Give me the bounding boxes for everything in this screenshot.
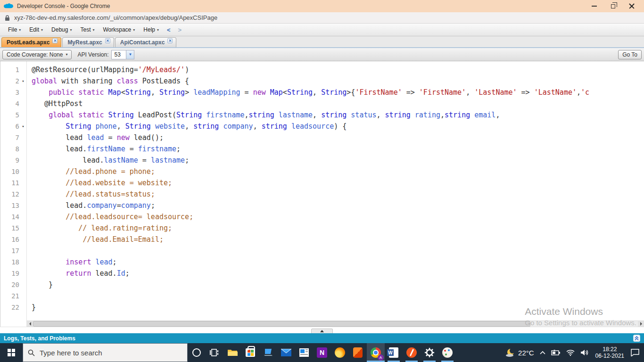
code-coverage-dropdown[interactable]: Code Coverage: None▾ (2, 50, 72, 59)
code-line[interactable]: 4 @HttpPost (0, 98, 644, 109)
menu-items: FileEditDebugTestWorkspaceHelp (4, 26, 163, 33)
code-line[interactable]: 16 //lead.Email=Email; (0, 234, 644, 245)
panel-expand-handle[interactable] (311, 329, 333, 333)
code-line[interactable]: 22} (0, 302, 644, 313)
code-text: // lead.rating=rating; (27, 222, 644, 234)
cortana-icon[interactable] (188, 343, 206, 362)
code-line[interactable]: 6▾ String phone, String website, string … (0, 121, 644, 132)
restore-button[interactable] (603, 0, 622, 12)
office-icon[interactable] (349, 343, 367, 362)
orange-pencil-app-icon[interactable] (403, 343, 421, 362)
line-number: 10 (0, 166, 19, 177)
expand-panel-button[interactable] (633, 335, 640, 342)
scrollbar-thumb[interactable] (33, 321, 530, 327)
mail-icon[interactable] (277, 343, 295, 362)
horizontal-scrollbar[interactable] (27, 321, 644, 327)
taskbar-search[interactable] (23, 343, 188, 362)
scrollbar-track[interactable] (530, 321, 638, 327)
code-line[interactable]: 3 public static Map<String, String> lead… (0, 87, 644, 98)
microsoft-store-icon[interactable] (241, 343, 259, 362)
firefox-icon[interactable] (331, 343, 349, 362)
code-line[interactable]: 1@RestResource(urlMapping='/MyLeads/') (0, 64, 644, 75)
paint-icon[interactable] (438, 343, 456, 362)
line-number: 22 (0, 302, 19, 313)
file-explorer-icon[interactable] (223, 343, 241, 362)
code-line[interactable]: 13 lead.company=company; (0, 200, 644, 211)
tab-close-icon[interactable]: ✕ (52, 38, 58, 43)
code-line[interactable]: 11 //lead.website = website; (0, 177, 644, 189)
scroll-right-arrow[interactable] (638, 321, 644, 327)
code-line[interactable]: 14 //lead.leadsource= leadsource; (0, 211, 644, 222)
code-line[interactable]: 7 lead lead = new lead(); (0, 132, 644, 143)
code-pane[interactable]: 1@RestResource(urlMapping='/MyLeads/')2▾… (0, 64, 644, 313)
action-center-button[interactable] (628, 343, 642, 362)
nav-forward-arrow[interactable]: > (174, 26, 186, 33)
api-version-value: 53 (112, 50, 126, 59)
menu-item-help[interactable]: Help (139, 26, 163, 33)
tab-close-icon[interactable]: ✕ (167, 38, 173, 43)
line-number: 8 (0, 143, 19, 155)
chrome-profile-badge: A (378, 354, 384, 361)
weather-tray-item[interactable]: 22°C (502, 343, 537, 362)
fold-spacer (19, 268, 27, 279)
menu-item-test[interactable]: Test (76, 26, 99, 33)
word-icon[interactable]: W (385, 343, 403, 362)
code-line[interactable]: 2▾global with sharing class PostLeads { (0, 75, 644, 87)
tray-date: 06-12-2021 (595, 353, 624, 359)
wifi-icon[interactable] (563, 343, 578, 362)
tab-close-icon[interactable]: ✕ (105, 38, 110, 43)
code-line[interactable]: 8 lead.firstName = firstname; (0, 143, 644, 155)
code-line[interactable]: 20 } (0, 279, 644, 290)
code-line[interactable]: 19 return lead.Id; (0, 268, 644, 279)
onenote-icon[interactable]: N (313, 343, 331, 362)
panel-divider (0, 327, 644, 333)
logs-tests-problems-bar[interactable]: Logs, Tests, and Problems (0, 333, 644, 343)
code-line[interactable]: 18 insert lead; (0, 256, 644, 268)
tab-label: MyRest.apxc (67, 39, 102, 46)
start-button[interactable] (0, 343, 23, 362)
fold-arrow-icon[interactable]: ▾ (19, 75, 27, 87)
code-line[interactable]: 5 global static String LeadPost(String f… (0, 109, 644, 121)
tab-postleads-apxc[interactable]: PostLeads.apxc✕ (1, 37, 61, 47)
code-line[interactable]: 10 //lead.phone = phone; (0, 166, 644, 177)
code-line[interactable]: 9 lead.lastName = lastname; (0, 155, 644, 166)
code-line[interactable]: 17 (0, 245, 644, 256)
tab-myrest-apxc[interactable]: MyRest.apxc✕ (62, 37, 114, 47)
task-view-icon[interactable] (206, 343, 223, 362)
window-title: Developer Console - Google Chrome (17, 3, 110, 9)
battery-icon[interactable] (548, 343, 563, 362)
menu-item-edit[interactable]: Edit (25, 26, 47, 33)
close-button[interactable] (622, 0, 641, 12)
code-line[interactable]: 21 (0, 290, 644, 302)
nav-back-arrow[interactable]: < (163, 26, 174, 33)
tab-apicontact-apxc[interactable]: ApiContact.apxc✕ (115, 37, 177, 47)
taskbar-clock[interactable]: 18:22 06-12-2021 (592, 346, 628, 359)
code-line[interactable]: 12 //lead.status=status; (0, 189, 644, 200)
fold-spacer (19, 143, 27, 155)
menu-item-workspace[interactable]: Workspace (99, 26, 139, 33)
line-number: 16 (0, 234, 19, 245)
notification-icon (631, 349, 639, 356)
settings-gear-icon[interactable] (421, 343, 438, 362)
url-bar[interactable]: xyz-78c-dev-ed.my.salesforce.com/_ui/com… (0, 12, 644, 24)
chrome-icon[interactable]: A (367, 343, 385, 362)
fold-spacer (19, 87, 27, 98)
minimize-button[interactable] (585, 0, 603, 12)
hidden-icons-button[interactable] (537, 343, 548, 362)
scroll-left-arrow[interactable] (27, 321, 33, 327)
code-editor[interactable]: 1@RestResource(urlMapping='/MyLeads/')2▾… (0, 61, 644, 327)
your-phone-icon[interactable] (259, 343, 277, 362)
api-version-select[interactable]: 53 ▼ (111, 50, 134, 59)
volume-icon[interactable] (578, 343, 592, 362)
goto-button[interactable]: Go To (618, 50, 642, 59)
menu-item-debug[interactable]: Debug (47, 26, 76, 33)
fold-arrow-icon[interactable]: ▾ (19, 121, 27, 132)
code-line[interactable]: 15 // lead.rating=rating; (0, 222, 644, 234)
code-text: lead lead = new lead(); (27, 132, 644, 143)
code-text: global static String LeadPost(String fir… (27, 109, 644, 121)
news-icon[interactable] (295, 343, 313, 362)
chevron-down-icon: ▼ (126, 50, 134, 59)
fold-spacer (19, 177, 27, 189)
menu-item-file[interactable]: File (4, 26, 25, 33)
search-input[interactable] (40, 349, 172, 357)
